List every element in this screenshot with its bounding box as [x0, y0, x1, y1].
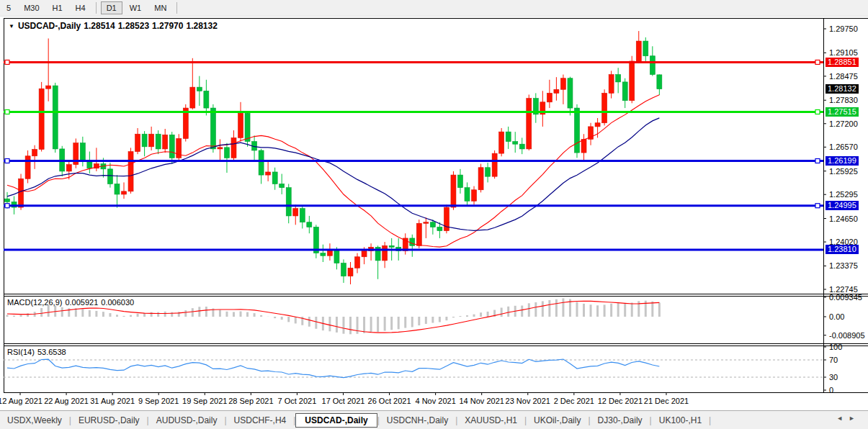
- candle-body: [245, 113, 250, 141]
- candle-body: [293, 209, 298, 216]
- candle: [313, 225, 318, 258]
- timeframe-button-M30[interactable]: M30: [18, 1, 45, 14]
- chart-tab-usdx-weekly[interactable]: USDX,Weekly: [0, 413, 69, 428]
- support-line-blue-1[interactable]: [4, 159, 823, 163]
- candle: [321, 245, 326, 262]
- tab-separator: |: [709, 415, 711, 425]
- candle: [506, 127, 511, 149]
- candle: [444, 204, 449, 233]
- candle: [128, 148, 133, 194]
- candle: [499, 128, 504, 156]
- candle-body: [437, 227, 442, 230]
- ohlc-low: 1.27970: [152, 21, 183, 31]
- candle: [115, 175, 120, 207]
- tab-scroll-arrows: ◄►: [836, 415, 861, 422]
- candle-body: [595, 123, 600, 127]
- candle-body: [231, 137, 236, 158]
- candle-body: [87, 161, 92, 168]
- chart-tab-xauusd-h1[interactable]: XAUUSD-,H1: [457, 413, 524, 428]
- candle: [513, 132, 518, 153]
- resistance-line-handle[interactable]: [815, 60, 820, 64]
- candle-body: [472, 190, 477, 202]
- candle: [231, 130, 236, 161]
- tab-scroll-left-icon[interactable]: ◄: [836, 415, 849, 422]
- candle-body: [80, 143, 85, 162]
- candle-body: [643, 41, 648, 56]
- candle-body: [66, 165, 71, 171]
- timeframe-button-H4[interactable]: H4: [70, 1, 91, 14]
- support-line-blue-1-handle[interactable]: [5, 159, 9, 163]
- chart-tab-usdcnh-daily[interactable]: USDCNH-,Daily: [380, 413, 455, 428]
- timeframe-toolbar: 5M30H1H4D1W1MN: [0, 0, 868, 17]
- candle: [183, 104, 188, 142]
- toolbar-separator: [176, 2, 177, 14]
- candle-body: [321, 253, 326, 256]
- support-line-blue-2-handle[interactable]: [5, 204, 9, 208]
- candle-body: [410, 238, 415, 245]
- candle-body: [622, 82, 627, 101]
- resistance-line[interactable]: [4, 60, 823, 64]
- candle: [25, 150, 30, 183]
- candle-body: [547, 93, 552, 101]
- candle-body: [279, 184, 285, 187]
- support-line-blue-2[interactable]: [4, 204, 823, 208]
- candle-body: [163, 135, 168, 149]
- candle: [135, 128, 140, 154]
- chart-tab-ukoil-daily[interactable]: UKOil-,Daily: [527, 413, 588, 428]
- candle-body: [650, 56, 655, 75]
- support-line-green-handle[interactable]: [5, 109, 9, 114]
- chevron-down-icon: ▼: [9, 23, 14, 30]
- macd-value-main: 0.005921: [65, 298, 98, 307]
- candle: [348, 262, 353, 284]
- support-line-blue-2-handle[interactable]: [815, 204, 820, 208]
- candle: [643, 37, 648, 61]
- tab-scroll-right-icon[interactable]: ►: [849, 415, 861, 422]
- candle-body: [115, 184, 120, 194]
- timeframe-button-H1[interactable]: H1: [47, 1, 68, 14]
- chart-tab-audusd-daily[interactable]: AUDUSD-,Daily: [149, 413, 225, 428]
- candle-body: [616, 75, 621, 82]
- chart-canvas[interactable]: [0, 0, 868, 410]
- chart-title: ▼USDCAD-,Daily1.285141.285231.279701.281…: [9, 21, 220, 31]
- timeframe-button-D1[interactable]: D1: [101, 1, 122, 14]
- candle: [540, 91, 545, 127]
- candle: [478, 164, 483, 193]
- chart-tab-bar: USDX,Weekly|EURUSD-,Daily|AUDUSD-,Daily|…: [0, 410, 868, 429]
- candle-body: [25, 156, 30, 179]
- candle: [636, 31, 641, 63]
- support-line-green[interactable]: [4, 109, 823, 114]
- candle-body: [382, 245, 388, 261]
- macd-name: MACD(12,26,9): [7, 298, 62, 307]
- candle-body: [554, 89, 559, 93]
- chart-tab-uk100-h1[interactable]: UK100-,H1: [652, 413, 709, 428]
- candle: [457, 169, 462, 194]
- candle-body: [142, 134, 147, 147]
- chart-tab-eurusd-daily[interactable]: EURUSD-,Daily: [71, 413, 147, 428]
- candle: [382, 242, 388, 268]
- candle-body: [190, 87, 195, 108]
- timeframe-button-MN[interactable]: MN: [148, 1, 172, 14]
- toolbar-separator: [96, 2, 97, 14]
- candle-body: [430, 222, 435, 227]
- chart-tab-usdchf-h4[interactable]: USDCHF-,H4: [227, 413, 294, 428]
- support-line-green-handle[interactable]: [815, 109, 820, 114]
- timeframe-button-5[interactable]: 5: [1, 1, 17, 14]
- rsi-name: RSI(14): [7, 348, 35, 356]
- candle-body: [657, 75, 662, 89]
- candle-body: [156, 134, 161, 149]
- candle: [465, 182, 470, 206]
- chart-tab-usdcad-daily[interactable]: USDCAD-,Daily: [295, 413, 377, 428]
- chart-tab-dj30-daily[interactable]: DJ30-,Daily: [591, 413, 650, 428]
- candle: [73, 138, 79, 168]
- candle: [39, 82, 44, 152]
- candle-body: [506, 132, 511, 141]
- candle-body: [457, 175, 462, 188]
- support-line-blue-1-handle[interactable]: [815, 159, 820, 163]
- rsi-value: 53.6538: [37, 348, 66, 356]
- timeframe-button-W1[interactable]: W1: [124, 1, 148, 14]
- resistance-line-handle[interactable]: [5, 60, 9, 64]
- candle-body: [169, 135, 174, 158]
- candle: [410, 235, 415, 257]
- candle: [218, 139, 223, 161]
- candle-body: [210, 108, 215, 149]
